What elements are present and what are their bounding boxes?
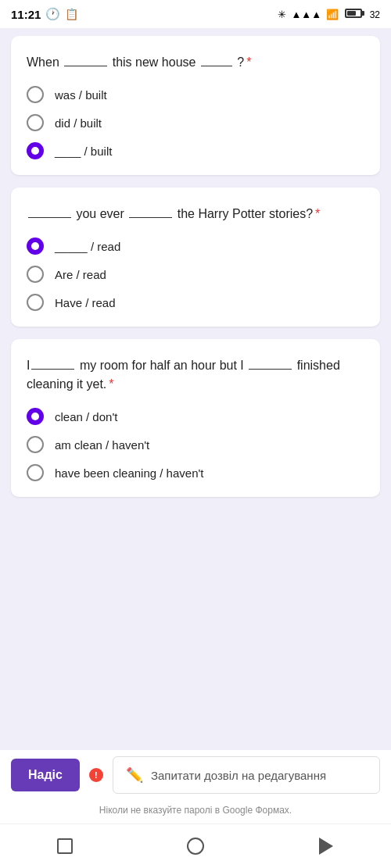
time-display: 11:21 — [11, 8, 41, 21]
question-text-1: When this new house ?* — [27, 53, 364, 72]
radio-q3-3[interactable] — [27, 464, 44, 481]
radio-q1-2[interactable] — [27, 114, 44, 131]
nav-home-button[interactable] — [180, 830, 211, 862]
nav-back-button[interactable] — [310, 830, 342, 862]
bottom-bar: Надіс ! ✏️ Запитати дозвіл на редагуванн… — [0, 750, 391, 868]
option-q1-3[interactable]: ____ / built — [27, 142, 364, 159]
option-q3-1[interactable]: clean / don't — [27, 408, 364, 425]
option-q2-1[interactable]: _____ / read — [27, 238, 364, 255]
nav-triangle-icon — [319, 838, 333, 855]
battery-display: 32 — [343, 9, 380, 20]
option-label-q3-3: have been cleaning / haven't — [55, 466, 204, 480]
radio-q1-1[interactable] — [27, 86, 44, 103]
wifi-icon: 📶 — [326, 9, 339, 20]
nav-circle-icon — [187, 838, 204, 855]
edit-permission-label: Запитати дозвіл на редагування — [151, 769, 326, 782]
submit-row: Надіс ! ✏️ Запитати дозвіл на редагуванн… — [0, 750, 391, 800]
pencil-icon: ✏️ — [126, 766, 143, 784]
nav-square-icon — [57, 838, 73, 854]
alarm-icon: 🕐 — [45, 7, 60, 21]
status-left: 11:21 🕐 📋 — [11, 7, 78, 21]
option-list-2: _____ / read Are / read Have / read — [27, 238, 364, 311]
option-q3-2[interactable]: am clean / haven't — [27, 436, 364, 453]
footer-note: Ніколи не вказуйте паролі в Google Форма… — [0, 800, 391, 823]
option-list-3: clean / don't am clean / haven't have be… — [27, 408, 364, 481]
question-card-1: When this new house ?* was / built did /… — [11, 36, 380, 175]
nav-bar — [0, 823, 391, 868]
edit-permission-button[interactable]: ✏️ Запитати дозвіл на редагування — [113, 756, 380, 794]
option-q1-2[interactable]: did / built — [27, 114, 364, 131]
option-q2-2[interactable]: Are / read — [27, 266, 364, 283]
option-q2-3[interactable]: Have / read — [27, 294, 364, 311]
radio-q3-2[interactable] — [27, 436, 44, 453]
option-label-q1-2: did / built — [55, 116, 102, 130]
app-icon: 📋 — [65, 8, 78, 20]
status-bar: 11:21 🕐 📋 ✳ ▲▲▲ 📶 32 — [0, 0, 391, 28]
content-area: When this new house ?* was / built did /… — [0, 28, 391, 575]
option-label-q2-1: _____ / read — [55, 240, 120, 253]
question-card-2: you ever the Harry Potter stories?* ____… — [11, 188, 380, 327]
signal-icon: ▲▲▲ — [291, 9, 321, 20]
option-label-q1-1: was / built — [55, 88, 107, 102]
option-label-q3-2: am clean / haven't — [55, 438, 149, 452]
question-card-3: I my room for half an hour but I finishe… — [11, 339, 380, 497]
submit-button[interactable]: Надіс — [11, 759, 80, 791]
question-text-3: I my room for half an hour but I finishe… — [27, 356, 364, 394]
status-right: ✳ ▲▲▲ 📶 32 — [278, 9, 380, 20]
radio-q1-3[interactable] — [27, 142, 44, 159]
option-q1-1[interactable]: was / built — [27, 86, 364, 103]
option-list-1: was / built did / built ____ / built — [27, 86, 364, 159]
option-label-q2-2: Are / read — [55, 268, 106, 281]
option-label-q3-1: clean / don't — [55, 410, 117, 423]
radio-q2-3[interactable] — [27, 294, 44, 311]
radio-q2-1[interactable] — [27, 238, 44, 255]
nav-square-button[interactable] — [49, 830, 81, 862]
radio-q2-2[interactable] — [27, 266, 44, 283]
bluetooth-icon: ✳ — [278, 9, 286, 20]
option-label-q2-3: Have / read — [55, 296, 116, 309]
option-label-q1-3: ____ / built — [55, 145, 112, 158]
question-text-2: you ever the Harry Potter stories?* — [27, 205, 364, 223]
radio-q3-1[interactable] — [27, 408, 44, 425]
option-q3-3[interactable]: have been cleaning / haven't — [27, 464, 364, 481]
error-badge: ! — [89, 768, 103, 782]
